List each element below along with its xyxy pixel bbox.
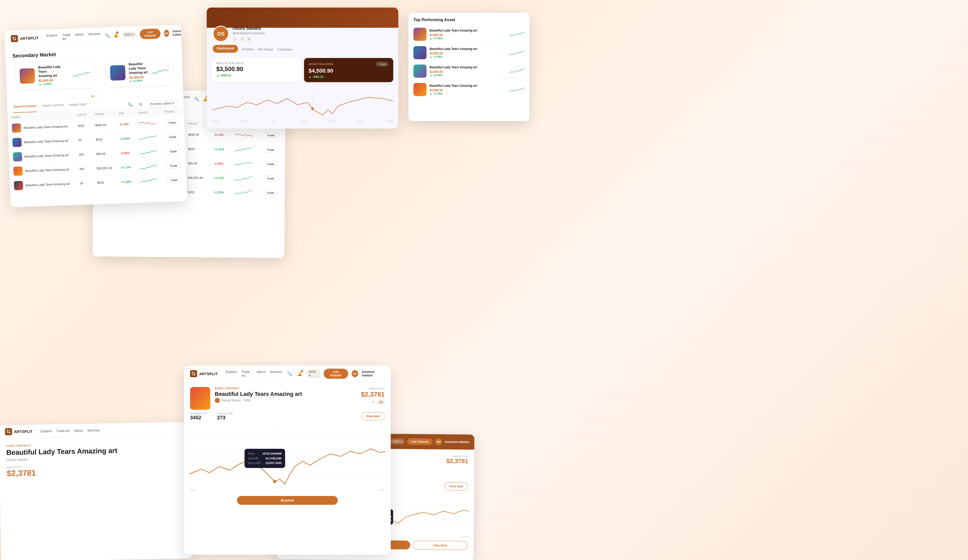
tab-lease-contract[interactable]: Lease Contract	[41, 103, 64, 112]
art-card-secondary[interactable]: Beautiful Lady TearsAmazing art $2,900.0…	[106, 57, 173, 87]
td-price-1: $939.20	[91, 118, 116, 133]
br-price-area: Market Price $2,3781	[446, 454, 468, 477]
table-filter-btn[interactable]: ⊞	[136, 100, 145, 108]
dash-tab-portfolio[interactable]: Portfolio	[242, 45, 254, 54]
market-price-label: Market Price	[361, 387, 385, 390]
trade-btn-2[interactable]: Trade	[165, 134, 180, 140]
td2-change-5: +1.20%	[214, 191, 224, 194]
td-change-3: -3.84%	[116, 146, 135, 161]
td2-chart-1	[230, 128, 260, 142]
br-list-btn[interactable]: List Artwork	[407, 438, 433, 445]
days-badge[interactable]: 7 days	[376, 61, 389, 66]
profile-handle: @NitrMedia/Fashionista	[232, 31, 265, 35]
search-btn-3[interactable]: 🔍	[287, 370, 293, 377]
trade-btn2-5[interactable]: Trade	[263, 190, 278, 196]
td2-price-3: $30.56	[184, 156, 210, 171]
profile-details: Okoro Sandra @NitrMedia/Fashionista f t …	[232, 26, 265, 41]
twitter-icon[interactable]: t	[239, 36, 245, 41]
list-artwork-btn-1[interactable]: List Artwork	[140, 28, 161, 39]
search-btn-1[interactable]: 🔍	[104, 32, 110, 39]
art-detail-artist: Demas Nwoko · 1999	[215, 398, 356, 403]
performing-item-4[interactable]: Beautiful Lady Tears Amazing art $2,900.…	[408, 80, 529, 99]
view-item-btn[interactable]: View Item	[361, 412, 385, 420]
td-units-1: 4532	[73, 118, 91, 133]
nav-explore-bl[interactable]: Explore	[41, 429, 52, 433]
art-name-secondary: Beautiful Lady TearsAmazing art	[129, 62, 148, 75]
trade-btn-4[interactable]: Trade	[166, 162, 181, 169]
nav-about-bl[interactable]: About	[74, 428, 83, 432]
td-change-2: +1.20%	[116, 131, 135, 146]
trade-btn2-3[interactable]: Trade	[263, 161, 278, 167]
nav-trade-3[interactable]: Trade Art	[241, 370, 252, 378]
table-search-btn[interactable]: 🔍	[126, 100, 134, 109]
list-artwork-btn-3[interactable]: List Artwork	[324, 369, 348, 379]
td-art-name-5: Beautiful Lady Tears Amazing art	[25, 182, 70, 187]
filter-label: Recently added	[150, 101, 171, 106]
facebook-icon[interactable]: f	[232, 36, 237, 41]
trade-btn2-1[interactable]: Trade	[264, 133, 278, 139]
performing-name-2: Beautiful Lady Tears Amazing art	[429, 47, 506, 51]
dash-tab-dashboard[interactable]: Dashboard	[213, 45, 238, 53]
performing-change-4: ▲ +2.08%	[429, 92, 506, 95]
trade-btn2-4[interactable]: Trade	[263, 176, 278, 182]
br-currency[interactable]: NGN ▾	[391, 439, 404, 444]
td-price-2: $102	[91, 132, 116, 147]
notification-btn-1[interactable]: 🔔	[113, 31, 118, 39]
logo-bl: ARTSPLIT	[5, 427, 33, 435]
nav-about-1[interactable]: About	[75, 32, 84, 40]
performing-name-3: Beautiful Lady Tears Amazing art	[429, 66, 506, 70]
performing-item-3[interactable]: Beautiful Lady Tears Amazing art $2,900.…	[408, 62, 529, 80]
search-btn-2[interactable]: 🔍	[194, 95, 199, 103]
dash-tab-catalogue[interactable]: Catalogue	[277, 45, 292, 54]
wallet-label: Wallet Balance	[216, 61, 297, 65]
portfolio-chart-area	[207, 82, 398, 120]
currency-3[interactable]: NGN ▾	[307, 369, 320, 378]
performing-info-2: Beautiful Lady Tears Amazing art $2,900.…	[429, 47, 506, 58]
trade-btn2-2[interactable]: Trade	[263, 147, 278, 153]
performing-item-2[interactable]: Beautiful Lady Tears Amazing art $2,900.…	[408, 44, 529, 62]
nav-trade-bl[interactable]: Trade Art	[56, 429, 70, 432]
svg-rect-3	[15, 39, 16, 40]
nav-trade-1[interactable]: Trade Art	[62, 33, 71, 41]
br-view-btn[interactable]: View Item	[444, 482, 468, 490]
secondary-market-panel: ARTSPLIT Explore Trade Art About Service…	[5, 25, 187, 207]
buy-sell-btn[interactable]: Buy/Sell	[237, 496, 338, 505]
bl-content: Asset Contract Beautiful Lady Tears Amaz…	[0, 435, 191, 484]
br-user-name: Solomon Adebisi	[445, 440, 469, 444]
art-card-featured[interactable]: Beautiful Lady TearsAmazing art $2,900.0…	[16, 60, 94, 90]
svg-rect-2	[13, 39, 14, 40]
td-trade-5: Trade	[162, 172, 187, 187]
units-row: Available Unit 3452 Owned Units 273 View…	[184, 412, 391, 424]
performing-change-2: ▲ +3.08%	[429, 55, 506, 58]
performing-item-1[interactable]: Beautiful Lady Tears Amazing art $2,900.…	[408, 25, 529, 44]
notification-btn-3[interactable]: 🔔	[297, 370, 303, 377]
dash-tab-listings[interactable]: My listings	[258, 45, 273, 54]
nav-services-3[interactable]: Services	[270, 370, 282, 378]
instagram-icon[interactable]: in	[247, 36, 252, 41]
br-nav-right: 🔍 🔔 NGN ▾ List Artwork SA Solomon Adebis…	[377, 438, 469, 446]
mini-chart-secondary	[151, 67, 169, 75]
nav-explore-1[interactable]: Explore	[46, 33, 58, 41]
nav-services-bl[interactable]: Services	[87, 428, 100, 432]
tab-image-right[interactable]: Image Right	[69, 102, 87, 111]
time-4: 12:00	[299, 120, 305, 123]
nav-about-3[interactable]: About	[257, 370, 265, 378]
trade-btn-1[interactable]: Trade	[165, 119, 180, 126]
tab-asset-contract[interactable]: Asset Contract	[13, 104, 37, 113]
nav-services-1[interactable]: Services	[88, 32, 101, 40]
price-chart-svg	[189, 424, 386, 489]
trade-btn-5[interactable]: Trade	[166, 177, 181, 183]
art-cards-row-1: Beautiful Lady TearsAmazing art $2,900.0…	[5, 57, 183, 93]
logo-1: ARTSPLIT	[11, 34, 38, 42]
logo-3: ARTSPLIT	[190, 370, 217, 377]
filter-dropdown[interactable]: Recently added ▾	[146, 99, 178, 107]
period-tab-1d[interactable]: 1D	[377, 400, 385, 405]
period-tab-icon[interactable]: ⚙	[370, 400, 376, 405]
nav-explore-3[interactable]: Explore	[225, 370, 237, 378]
br-viewbids-btn[interactable]: View Bids	[413, 540, 467, 550]
currency-selector-1[interactable]: NGN ▾	[122, 31, 136, 38]
mini-chart-featured	[72, 70, 90, 78]
trade-btn-3[interactable]: Trade	[165, 148, 181, 154]
performing-price-4: $2,900.00	[429, 88, 506, 92]
app-container: ARTSPLIT Explore Trade Art About Service…	[0, 0, 968, 560]
